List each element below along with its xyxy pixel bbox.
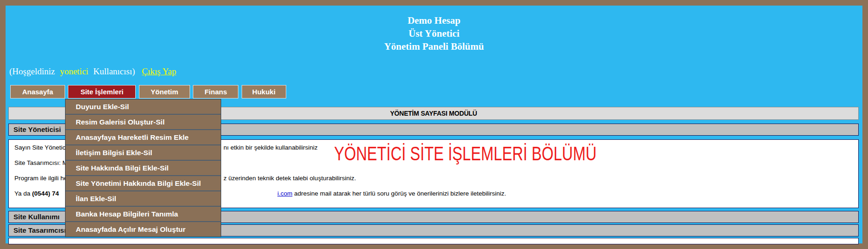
welcome-suffix: Kullanıcısı) [93, 66, 135, 76]
info-line-4-tail: adresine mail atarak her türlü soru görü… [292, 190, 506, 197]
welcome-line: (Hoşgeldiniz yonetici Kullanıcısı) Çıkış… [9, 66, 176, 77]
menu-item-banka-hesap-bilgileri-tanimla[interactable]: Banka Hesap Bilgileri Tanımla [66, 206, 221, 221]
info-line-4-prefix: Ya da [14, 190, 32, 197]
menu-item-site-hakkinda-bilgi-ekle-sil[interactable]: Site Hakkında Bilgi Ekle-Sil [66, 160, 221, 175]
menu-item-anasayfada-acilir-mesaj-olustur[interactable]: Anasayfada Açılır Mesaj Oluştur [66, 221, 221, 236]
nav-item-anasayfa[interactable]: Anasayfa [10, 85, 65, 98]
support-phone: (0544) 74 [32, 190, 59, 197]
info-line-3-right: z üzerinden teknik detek talebi oluştura… [224, 170, 356, 186]
section-heading-red: YÖNETİCİ SİTE İŞLEMLERİ BÖLÜMÜ [334, 143, 597, 165]
info-line-1-left: Sayın Site Yöneticisi [14, 144, 72, 151]
support-email-link[interactable]: i.com [277, 190, 292, 197]
menu-item-iletisim-bilgisi-ekle-sil[interactable]: İletişim Bilgisi Ekle-Sil [66, 144, 221, 160]
info-line-4-right: i.com adresine mail atarak her türlü sor… [277, 186, 506, 201]
username-text: yonetici [60, 66, 88, 76]
logout-link[interactable]: Çıkış Yap [142, 66, 176, 76]
menu-item-site-yonetimi-hakkinda-bilgi-ekle-sil[interactable]: Site Yönetimi Hakkında Bilgi Ekle-Sil [66, 175, 221, 190]
main-nav: Anasayfa Site İşlemleri Yönetim Finans H… [10, 85, 287, 99]
info-line-3-left: Program ile ilgili he [14, 175, 67, 182]
menu-item-ilan-ekle-sil[interactable]: İlan Ekle-Sil [66, 190, 221, 206]
nav-item-hukuki[interactable]: Hukuki [242, 85, 286, 98]
nav-item-finans[interactable]: Finans [193, 85, 238, 98]
site-islemleri-dropdown: Duyuru Ekle-Sil Resim Galerisi Oluştur-S… [65, 99, 221, 237]
account-title: Demo Hesap [6, 14, 862, 27]
info-line-1-right: nı etkin bir şekilde kullanabilirsiniz [224, 140, 318, 155]
info-line-2-left: Site Tasarımcısı: M [14, 159, 68, 166]
menu-item-resim-galerisi-olustur-sil[interactable]: Resim Galerisi Oluştur-Sil [66, 114, 221, 129]
page-background: Demo Hesap Üst Yönetici Yönetim Paneli B… [6, 6, 862, 243]
menu-item-anasayfaya-hareketli-resim-ekle[interactable]: Anasayfaya Hareketli Resim Ekle [66, 129, 221, 144]
panel-section-title: Yönetim Paneli Bölümü [6, 40, 862, 53]
role-title: Üst Yönetici [6, 27, 862, 40]
admin-panel-page: { "header": { "title_line1": "Demo Hesap… [0, 0, 868, 249]
nav-item-yonetim[interactable]: Yönetim [139, 85, 190, 98]
bottom-empty-row [8, 238, 859, 244]
welcome-prefix: (Hoşgeldiniz [9, 66, 55, 76]
menu-item-duyuru-ekle-sil[interactable]: Duyuru Ekle-Sil [66, 99, 221, 114]
panel-header-titles: Demo Hesap Üst Yönetici Yönetim Paneli B… [6, 14, 862, 53]
nav-item-site-islemleri[interactable]: Site İşlemleri [68, 85, 136, 98]
